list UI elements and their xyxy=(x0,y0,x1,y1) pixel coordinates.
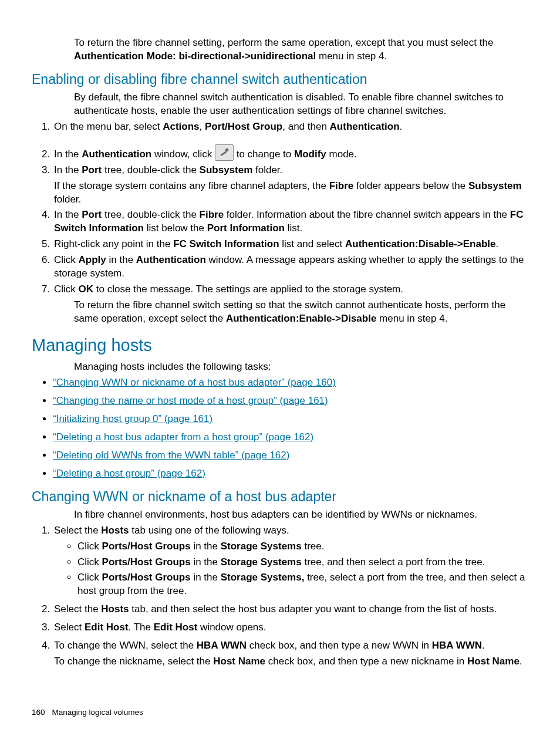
text: tree, double-click the xyxy=(102,164,199,175)
text: . xyxy=(482,640,485,651)
text: menu in step 4. xyxy=(316,50,387,62)
text: Click xyxy=(77,572,102,583)
text: , and then xyxy=(282,121,329,132)
list-item: “Changing WWN or nickname of a host bus … xyxy=(53,376,528,390)
bold-text: Fibre xyxy=(329,180,354,191)
list-item: Click Ports/Host Groups in the Storage S… xyxy=(77,571,528,598)
text: folder. xyxy=(54,194,81,205)
list-item: Click OK to close the message. The setti… xyxy=(53,283,528,296)
bold-text: Storage Systems xyxy=(221,541,302,552)
bold-text: Edit Host xyxy=(85,622,129,633)
text: window opens. xyxy=(197,622,266,633)
text: to close the message. The settings are a… xyxy=(93,283,403,295)
bold-text: Authentication xyxy=(82,148,151,160)
text: In the xyxy=(54,209,82,220)
list-item: “Changing the name or host mode of a hos… xyxy=(53,394,528,408)
text: check box, and then type a new nickname … xyxy=(265,656,467,667)
document-page: To return the fibre channel setting, per… xyxy=(0,0,560,746)
text: to change to xyxy=(237,148,294,160)
text: In the xyxy=(54,164,82,175)
list-item: On the menu bar, select Actions, Port/Ho… xyxy=(53,120,528,142)
bold-text: Port Information xyxy=(207,222,285,234)
list-item: In the Port tree, double-click the Subsy… xyxy=(53,164,528,207)
text: If the storage system contains any fibre… xyxy=(54,180,329,191)
bold-text: Host Name xyxy=(213,656,265,667)
text: In the xyxy=(54,148,82,160)
bold-text: Edit Host xyxy=(154,622,198,633)
bold-text: FC Switch Information xyxy=(173,238,279,249)
text: tree. xyxy=(302,541,325,552)
bold-text: Port xyxy=(82,209,102,220)
list-item: “Deleting a host group” (page 162) xyxy=(53,467,528,481)
bold-text: HBA WWN xyxy=(432,640,482,651)
text: Select xyxy=(54,622,85,633)
text: window, click xyxy=(151,148,215,160)
bold-text: HBA WWN xyxy=(197,640,247,651)
bold-text: Ports/Host Groups xyxy=(102,572,191,583)
heading-enable-disable-auth: Enabling or disabling fibre channel swit… xyxy=(32,70,528,89)
text: Click xyxy=(77,556,102,568)
text: folder. Information about the fibre chan… xyxy=(224,209,510,220)
cross-ref-link[interactable]: “Changing WWN or nickname of a host bus … xyxy=(53,377,336,388)
paragraph: To return the fibre channel switch setti… xyxy=(74,299,528,326)
text: , xyxy=(200,121,205,132)
text: . The xyxy=(129,622,154,633)
cross-ref-link[interactable]: “Deleting a host bus adapter from a host… xyxy=(53,431,313,443)
bold-text: Hosts xyxy=(101,525,129,536)
cross-ref-link[interactable]: “Deleting a host group” (page 162) xyxy=(53,468,205,479)
bold-text: Hosts xyxy=(101,603,129,615)
text: in the xyxy=(106,254,136,265)
cross-ref-link[interactable]: “Initializing host group 0” (page 161) xyxy=(53,413,212,424)
bullet-list: “Changing WWN or nickname of a host bus … xyxy=(32,376,528,481)
text: Click xyxy=(54,283,79,295)
bold-text: OK xyxy=(79,283,94,295)
bold-text: Ports/Host Groups xyxy=(102,556,191,568)
bold-text: Ports/Host Groups xyxy=(102,541,191,552)
cross-ref-link[interactable]: “Changing the name or host mode of a hos… xyxy=(53,395,328,406)
text: tree, double-click the xyxy=(102,209,199,220)
text: in the xyxy=(191,541,221,552)
text: folder appears below the xyxy=(353,180,468,191)
text: check box, and then type a new WWN in xyxy=(247,640,432,651)
text: Click xyxy=(77,541,102,552)
text: Click xyxy=(54,254,79,265)
bold-text: Authentication:Disable->Enable xyxy=(345,238,495,249)
text: To change the WWN, select the xyxy=(54,640,197,651)
bold-text: Subsystem xyxy=(200,164,253,175)
text: mode. xyxy=(326,148,357,160)
bold-text: Host Name xyxy=(467,656,519,667)
bold-text: Modify xyxy=(294,148,326,160)
text: tab using one of the following ways. xyxy=(129,525,289,536)
text: list. xyxy=(285,222,302,234)
text: in the xyxy=(191,572,221,583)
text: folder. xyxy=(252,164,282,175)
text: . xyxy=(400,121,403,132)
text: tree, and then select a port from the tr… xyxy=(302,556,485,568)
ordered-list: On the menu bar, select Actions, Port/Ho… xyxy=(32,120,528,296)
bold-text: Actions xyxy=(163,121,199,132)
bold-text: Authentication Mode: bi-directional->uni… xyxy=(74,50,316,62)
list-item: “Deleting a host bus adapter from a host… xyxy=(53,431,528,444)
paragraph: By default, the fibre channel switch aut… xyxy=(74,91,528,118)
text: To return the fibre channel setting, per… xyxy=(74,37,493,48)
bold-text: Fibre xyxy=(200,209,224,220)
text: tab, and then select the host bus adapte… xyxy=(129,603,497,615)
list-item: Select Edit Host. The Edit Host window o… xyxy=(53,621,528,634)
list-item: “Initializing host group 0” (page 161) xyxy=(53,413,528,426)
list-item: To change the WWN, select the HBA WWN ch… xyxy=(53,639,528,669)
bold-text: Authentication xyxy=(136,254,206,265)
list-item: Select the Hosts tab, and then select th… xyxy=(53,603,528,616)
text: On the menu bar, select xyxy=(54,121,163,132)
bullet-list: Click Ports/Host Groups in the Storage S… xyxy=(54,540,528,599)
paragraph: To change the nickname, select the Host … xyxy=(54,655,528,669)
text: menu in step 4. xyxy=(376,313,447,324)
pencil-modify-icon xyxy=(215,144,234,161)
text: list below the xyxy=(144,222,207,234)
paragraph: To return the fibre channel setting, per… xyxy=(74,36,528,63)
list-item: In the Port tree, double-click the Fibre… xyxy=(53,208,528,235)
cross-ref-link[interactable]: “Deleting old WWNs from the WWN table” (… xyxy=(53,450,289,461)
page-footer: 160Managing logical volumes xyxy=(32,707,143,718)
page-number: 160 xyxy=(32,707,45,718)
paragraph: Managing hosts includes the following ta… xyxy=(74,360,528,374)
footer-title: Managing logical volumes xyxy=(52,708,143,717)
